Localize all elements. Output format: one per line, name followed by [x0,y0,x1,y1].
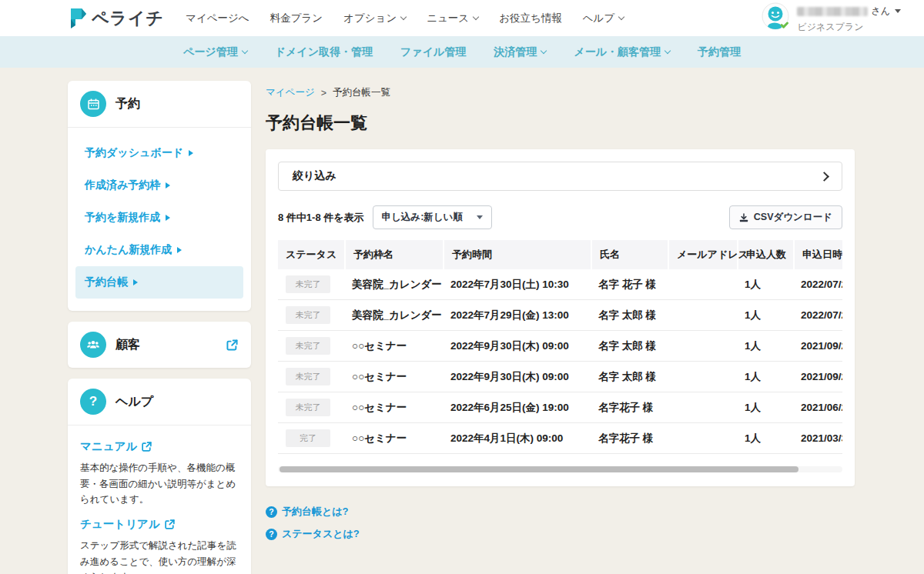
subnav-domain[interactable]: ドメイン取得・管理 [275,45,373,59]
help-link-what-is-ledger[interactable]: ? 予約台帳とは? [266,505,349,519]
peraichi-logo[interactable]: ペライチ [68,7,164,30]
arrow-right-icon [166,215,170,221]
cell-email [668,331,737,362]
sidebar-item-reservation-ledger[interactable]: 予約台帳 [75,266,243,299]
status-badge: 未完了 [286,399,330,416]
cell-applied: 2021/09/2 [793,331,842,362]
cell-email [668,269,737,300]
table-row[interactable]: 未完了 美容院_カレンダー 2022年7月29日(金) 13:00 名字 太郎 … [278,300,842,331]
table-row[interactable]: 未完了 ○○セミナー 2022年6月25日(金) 19:00 名字花子 様 1人… [278,392,842,423]
col-header-time: 予約時間 [443,240,591,269]
sidebar-item-easy-create[interactable]: かんたん新規作成 [75,234,243,266]
user-plan-label: ビジネスプラン [797,21,901,34]
cell-time: 2022年9月30日(木) 09:00 [443,331,591,362]
nav-item-mypage[interactable]: マイページへ [186,12,249,25]
chevron-down-icon [400,14,407,20]
arrow-right-icon [133,279,138,285]
top-header: ペライチ マイページへ 料金プラン オプション ニュース お役立ち情報 ヘルプ [0,0,924,36]
sidebar-item-new-reservation[interactable]: 予約を新規作成 [75,202,243,234]
reservation-table-viewport: ステータス 予約枠名 予約時間 氏名 メールアドレス 申込人数 申込日時 未完了 [278,240,842,454]
cell-slot: ○○セミナー [344,331,443,362]
scrollbar-thumb[interactable] [280,466,798,472]
status-badge: 完了 [286,429,330,447]
chevron-down-icon [665,48,671,54]
table-row[interactable]: 未完了 ○○セミナー 2022年9月30日(木) 09:00 名字 太郎 様 1… [278,362,842,392]
help-link-what-is-status[interactable]: ? ステータスとは? [266,527,360,541]
cell-applied: 2021/03/3 [793,423,842,454]
help-tutorial-link[interactable]: チュートリアル [80,517,176,532]
sidebar-card-help: ? ヘルプ マニュアル 基本的な操作の手順や、各機能の概要・各画面の細かい説明等… [68,379,251,574]
breadcrumb-separator: > [321,88,326,98]
cell-slot: ○○セミナー [344,362,443,392]
nav-item-help[interactable]: ヘルプ [583,12,624,25]
cell-name: 名字 花子 様 [591,269,668,300]
nav-item-tips[interactable]: お役立ち情報 [499,12,562,25]
subnav-mail-customers[interactable]: メール・顧客管理 [574,45,670,59]
cell-slot: 美容院_カレンダー [344,269,443,300]
filter-accordion[interactable]: 絞り込み [278,162,842,191]
filter-label: 絞り込み [293,169,336,183]
external-link-icon [141,441,152,452]
nav-item-news[interactable]: ニュース [427,12,478,25]
cell-slot: ○○セミナー [344,392,443,423]
cell-count: 1人 [737,423,793,454]
logo-text: ペライチ [92,7,164,30]
sidebar: 予約 予約ダッシュボード 作成済み予約枠 予約を新規作成 かんたん新規作成 予約… [68,81,251,574]
nav-item-options[interactable]: オプション [343,12,406,25]
sidebar-card-customer[interactable]: 顧客 [68,322,251,368]
sort-dropdown[interactable]: 申し込み:新しい順 [373,205,492,229]
caret-down-icon [477,215,483,219]
calendar-icon [80,91,106,117]
cell-time: 2022年7月29日(金) 13:00 [443,300,591,331]
subnav-reservations[interactable]: 予約管理 [698,45,741,59]
cell-email [668,423,737,454]
status-badge: 未完了 [286,306,330,324]
sidebar-item-dashboard[interactable]: 予約ダッシュボード [75,137,243,169]
cell-email [668,362,737,392]
arrow-right-icon [166,182,170,189]
cell-count: 1人 [737,269,793,300]
arrow-right-icon [177,247,182,253]
sidebar-item-created-slots[interactable]: 作成済み予約枠 [75,169,243,202]
col-header-applied: 申込日時 [793,240,842,269]
col-header-email: メールアドレス [668,240,737,269]
table-row[interactable]: 未完了 ○○セミナー 2022年9月30日(木) 09:00 名字 太郎 様 1… [278,331,842,362]
breadcrumb: マイページ > 予約台帳一覧 [266,86,855,99]
cell-name: 名字 太郎 様 [591,331,668,362]
table-row[interactable]: 完了 ○○セミナー 2022年4月1日(木) 09:00 名字花子 様 1人 2… [278,423,842,454]
question-icon: ? [80,389,106,415]
chevron-right-icon [819,172,829,182]
breadcrumb-current: 予約台帳一覧 [333,86,390,99]
cell-count: 1人 [737,300,793,331]
chevron-down-icon [241,48,247,54]
user-name-suffix: さん [871,5,890,18]
peraichi-logo-icon [68,7,88,30]
cell-email [668,392,737,423]
caret-down-icon [895,9,901,13]
cell-time: 2022年6月25日(金) 19:00 [443,392,591,423]
user-menu[interactable]: さん ビジネスプラン [762,2,901,34]
cell-name: 名字花子 様 [591,423,668,454]
cell-applied: 2021/09/2 [793,362,842,392]
subnav-payments[interactable]: 決済管理 [494,45,546,59]
subnav-page-management[interactable]: ページ管理 [183,45,247,59]
csv-download-button[interactable]: CSVダウンロード [729,205,842,229]
people-icon [80,332,106,358]
col-header-name: 氏名 [591,240,668,269]
help-tutorial-desc: ステップ形式で解説された記事を読み進めることで、使い方の理解が深められます。 [80,538,239,574]
horizontal-scrollbar[interactable] [278,466,842,472]
cell-name: 名字 太郎 様 [591,300,668,331]
cell-count: 1人 [737,362,793,392]
chevron-down-icon [541,48,547,54]
cell-name: 名字 太郎 様 [591,362,668,392]
table-row[interactable]: 未完了 美容院_カレンダー 2022年7月30日(土) 10:30 名字 花子 … [278,269,842,300]
subnav-files[interactable]: ファイル管理 [400,45,466,59]
reservation-list-card: 絞り込み 8 件中1-8 件を表示 申し込み:新しい順 CSVダウンロード [266,149,855,486]
breadcrumb-mypage-link[interactable]: マイページ [266,86,315,99]
chevron-down-icon [473,14,479,20]
help-manual-link[interactable]: マニュアル [80,439,152,454]
external-link-icon [164,519,176,530]
nav-item-pricing[interactable]: 料金プラン [270,12,323,25]
sidebar-card-reservation: 予約 予約ダッシュボード 作成済み予約枠 予約を新規作成 かんたん新規作成 予約… [68,81,251,311]
user-avatar [762,2,790,31]
